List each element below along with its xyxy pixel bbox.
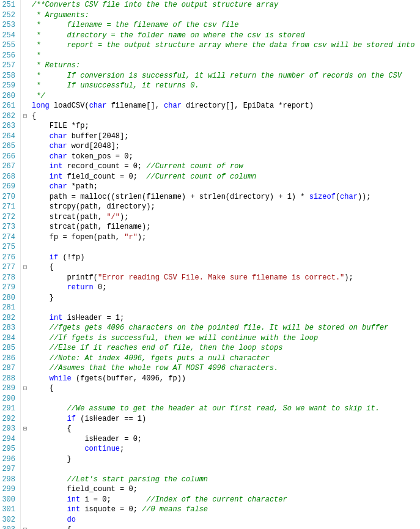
- fold-marker[interactable]: [21, 515, 29, 525]
- code-content: //fgets gets 4096 characters on the poin…: [29, 323, 420, 333]
- code-content: char *path;: [29, 182, 420, 192]
- code-content: /**Converts CSV file into the the output…: [29, 0, 420, 10]
- fold-marker[interactable]: [21, 464, 29, 475]
- code-content: int isquote = 0; //0 means false: [29, 505, 420, 515]
- fold-marker[interactable]: [21, 333, 29, 344]
- fold-marker[interactable]: [21, 40, 29, 51]
- fold-marker[interactable]: [21, 484, 29, 495]
- line-number: 266: [0, 152, 21, 162]
- fold-marker[interactable]: [21, 444, 29, 454]
- code-content: char buffer[2048];: [29, 131, 420, 142]
- fold-marker[interactable]: [21, 101, 29, 111]
- fold-marker[interactable]: [21, 283, 29, 293]
- fold-marker[interactable]: [21, 161, 29, 172]
- fold-marker[interactable]: [21, 232, 29, 243]
- code-content: [29, 242, 420, 253]
- fold-marker[interactable]: [21, 505, 29, 515]
- code-content: //Else if it reaches end of file, then t…: [29, 343, 420, 353]
- code-content: * filename = the filename of the csv fil…: [29, 20, 420, 31]
- code-content: printf("Error reading CSV File. Make sur…: [29, 273, 420, 283]
- fold-marker[interactable]: [21, 343, 29, 353]
- code-content: {: [29, 525, 420, 529]
- line-number: 280: [0, 293, 21, 303]
- fold-marker[interactable]: ⊟: [21, 424, 29, 434]
- fold-marker[interactable]: [21, 353, 29, 364]
- line-number: 263: [0, 121, 21, 131]
- fold-marker[interactable]: [21, 31, 29, 41]
- table-row: 286 //Note: At index 4096, fgets puts a …: [0, 353, 420, 364]
- fold-marker[interactable]: [21, 91, 29, 102]
- fold-marker[interactable]: ⊟: [21, 525, 29, 529]
- fold-marker[interactable]: [21, 374, 29, 384]
- line-number: 252: [0, 10, 21, 21]
- fold-marker[interactable]: [21, 454, 29, 465]
- fold-marker[interactable]: [21, 212, 29, 223]
- fold-marker[interactable]: [21, 182, 29, 192]
- line-number: 303: [0, 525, 21, 529]
- fold-marker[interactable]: ⊟: [21, 383, 29, 394]
- fold-marker[interactable]: [21, 222, 29, 232]
- table-row: 279 return 0;: [0, 283, 420, 293]
- line-number: 297: [0, 464, 21, 475]
- fold-marker[interactable]: [21, 51, 29, 61]
- fold-marker[interactable]: [21, 192, 29, 202]
- table-row: 268 int field_count = 0; //Current count…: [0, 172, 420, 182]
- table-row: 281: [0, 303, 420, 313]
- table-row: 301 int isquote = 0; //0 means false: [0, 505, 420, 515]
- line-number: 276: [0, 253, 21, 263]
- table-row: 298 //Let's start parsing the column: [0, 475, 420, 485]
- code-content: [29, 464, 420, 475]
- line-number: 290: [0, 394, 21, 404]
- line-number: 289: [0, 383, 21, 394]
- code-content: //We assume to get the header at our fir…: [29, 404, 420, 414]
- fold-marker[interactable]: ⊟: [21, 262, 29, 273]
- fold-marker[interactable]: [21, 121, 29, 131]
- line-number: 282: [0, 313, 21, 324]
- fold-marker[interactable]: [21, 61, 29, 71]
- line-number: 301: [0, 505, 21, 515]
- fold-marker[interactable]: ⊟: [21, 111, 29, 122]
- line-number: 300: [0, 495, 21, 505]
- table-row: 275: [0, 242, 420, 253]
- fold-marker[interactable]: [21, 475, 29, 485]
- table-row: 295 continue;: [0, 444, 420, 454]
- line-number: 281: [0, 303, 21, 313]
- code-content: }: [29, 454, 420, 465]
- fold-marker[interactable]: [21, 81, 29, 91]
- line-number: 258: [0, 71, 21, 81]
- fold-marker[interactable]: [21, 323, 29, 333]
- fold-marker[interactable]: [21, 303, 29, 313]
- code-content: //If fgets is successful, then we will c…: [29, 333, 420, 344]
- fold-marker[interactable]: [21, 253, 29, 263]
- line-number: 283: [0, 323, 21, 333]
- fold-marker[interactable]: [21, 363, 29, 374]
- code-content: if (!fp): [29, 253, 420, 263]
- fold-marker[interactable]: [21, 434, 29, 445]
- code-content: //Let's start parsing the column: [29, 475, 420, 485]
- code-content: {: [29, 111, 420, 122]
- fold-marker[interactable]: [21, 20, 29, 31]
- fold-marker[interactable]: [21, 293, 29, 303]
- line-number: 264: [0, 131, 21, 142]
- fold-marker[interactable]: [21, 141, 29, 152]
- fold-marker[interactable]: [21, 273, 29, 283]
- code-content: {: [29, 262, 420, 273]
- fold-marker[interactable]: [21, 495, 29, 505]
- fold-marker[interactable]: [21, 71, 29, 81]
- fold-marker[interactable]: [21, 152, 29, 162]
- fold-marker[interactable]: [21, 404, 29, 414]
- fold-marker[interactable]: [21, 242, 29, 253]
- fold-marker[interactable]: [21, 394, 29, 404]
- fold-marker[interactable]: [21, 414, 29, 424]
- fold-marker[interactable]: [21, 172, 29, 182]
- table-row: 282 int isHeader = 1;: [0, 313, 420, 324]
- fold-marker[interactable]: [21, 10, 29, 21]
- fold-marker[interactable]: [21, 313, 29, 324]
- table-row: 292 if (isHeader == 1): [0, 414, 420, 424]
- code-content: * directory = the folder name on where t…: [29, 31, 420, 41]
- line-number: 291: [0, 404, 21, 414]
- fold-marker[interactable]: [21, 131, 29, 142]
- code-content: }: [29, 293, 420, 303]
- fold-marker[interactable]: [21, 202, 29, 212]
- fold-marker[interactable]: [21, 0, 29, 10]
